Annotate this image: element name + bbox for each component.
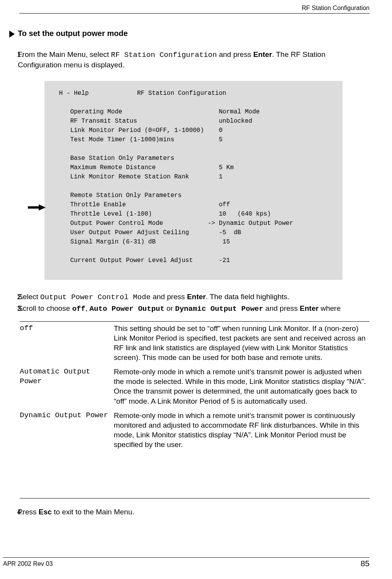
step-text: Scroll to choose — [18, 304, 72, 312]
header-rule — [19, 13, 370, 14]
step-number: 2. — [17, 292, 23, 301]
terminal-screen: H - Help RF Station Configuration Operat… — [45, 81, 342, 280]
step-text: . The data field highlights. — [206, 293, 289, 301]
key-name: Enter — [300, 304, 319, 312]
code-text: RF Station Configuration — [111, 51, 217, 59]
section-title: To set the output power mode — [18, 29, 128, 38]
step-number: 3. — [17, 303, 23, 313]
step-text: to exit to the Main Menu. — [52, 508, 134, 516]
table-row: Dynamic Output Power Remote-only mode in… — [20, 408, 370, 452]
option-name: Automatic Output Power — [20, 365, 114, 408]
step-3: 3. Scroll to choose off, Auto Power Outp… — [9, 303, 370, 314]
option-desc: This setting should be set to “off” when… — [114, 321, 370, 365]
step-text: and press — [217, 50, 253, 58]
step-4: 4. Press Esc to exit to the Main Menu. — [9, 507, 370, 517]
option-desc: Remote-only mode in which a remote unit’… — [114, 365, 370, 408]
option-name: off — [20, 321, 114, 365]
option-desc: Remote-only mode in which a remote unit’… — [114, 408, 370, 452]
code-text: Auto Power Output — [89, 305, 164, 313]
step-2: 2. Select Output Power Control Mode and … — [9, 292, 370, 302]
code-text: Dynamic Output Power — [175, 305, 264, 313]
options-table: off This setting should be set to “off” … — [20, 321, 370, 452]
page-number: 85 — [361, 559, 370, 568]
step-number: 1. — [17, 50, 23, 59]
footer-rule — [3, 557, 370, 558]
code-text: off — [72, 305, 85, 313]
step-text: or — [164, 304, 175, 312]
step-text: and press — [264, 304, 300, 312]
step-text: and press — [151, 293, 187, 301]
table-row: off This setting should be set to “off” … — [20, 321, 370, 365]
step-1: 1. From the Main Menu, select RF Station… — [9, 50, 370, 70]
arrow-icon — [28, 204, 46, 211]
chevron-icon — [8, 30, 16, 38]
table-rule — [20, 498, 370, 498]
key-name: Enter — [187, 293, 206, 301]
step-text: where — [318, 304, 341, 312]
table-row: Automatic Output Power Remote-only mode … — [20, 365, 370, 408]
footer-left: APR 2002 Rev 03 — [3, 560, 53, 567]
key-name: Esc — [39, 508, 52, 516]
step-text: From the Main Menu, select — [18, 50, 111, 58]
step-number: 4. — [17, 507, 23, 517]
code-text: Output Power Control Mode — [40, 293, 151, 301]
key-name: Enter — [253, 50, 272, 58]
header-right: RF Station Configuration — [302, 5, 370, 12]
option-name: Dynamic Output Power — [20, 408, 114, 452]
step-text: , — [86, 304, 90, 312]
